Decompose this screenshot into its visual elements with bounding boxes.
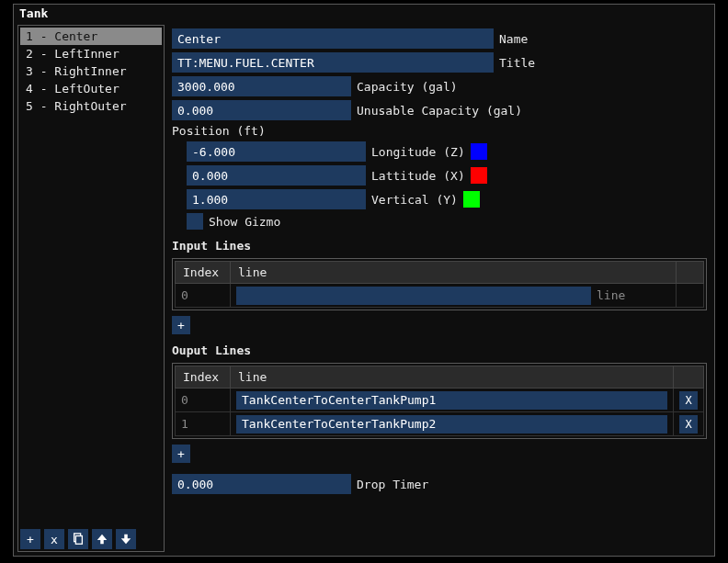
input-lines-title: Input Lines bbox=[172, 239, 707, 253]
table-row: 1 X bbox=[176, 412, 704, 436]
copy-icon bbox=[72, 533, 85, 546]
window-body: 1 - Center 2 - LeftInner 3 - RightInner … bbox=[14, 23, 714, 556]
name-label: Name bbox=[499, 32, 528, 46]
tank-list-panel: 1 - Center 2 - LeftInner 3 - RightInner … bbox=[17, 25, 165, 552]
tank-window: Tank 1 - Center 2 - LeftInner 3 - RightI… bbox=[13, 4, 715, 557]
add-tank-button[interactable]: + bbox=[20, 529, 40, 549]
title-input[interactable] bbox=[172, 52, 494, 73]
remove-output-line-button[interactable]: X bbox=[679, 391, 698, 410]
vertical-label: Vertical (Y) bbox=[371, 193, 458, 207]
move-up-button[interactable] bbox=[92, 529, 112, 549]
name-input[interactable] bbox=[172, 28, 494, 49]
vertical-input[interactable] bbox=[187, 189, 366, 209]
longitude-label: Longitude (Z) bbox=[371, 145, 465, 159]
input-line-rowlabel: line bbox=[597, 288, 670, 302]
table-row: 0 line bbox=[176, 284, 704, 308]
add-output-line-button[interactable]: + bbox=[172, 445, 190, 463]
capacity-label: Capacity (gal) bbox=[357, 80, 458, 94]
svg-rect-1 bbox=[75, 536, 82, 545]
output-line-index: 1 bbox=[176, 412, 231, 436]
input-lines-header-line: line bbox=[231, 262, 677, 284]
tank-list-toolbar: + x bbox=[18, 525, 164, 551]
lattitude-input[interactable] bbox=[187, 165, 366, 186]
tank-list-item[interactable]: 5 - RightOuter bbox=[20, 97, 162, 115]
output-lines-header-action bbox=[674, 366, 704, 388]
capacity-input[interactable] bbox=[172, 76, 351, 96]
longitude-color-swatch bbox=[471, 143, 487, 160]
position-header: Position (ft) bbox=[172, 124, 707, 138]
input-lines-panel: Index line 0 line bbox=[172, 258, 707, 310]
unusable-capacity-label: Unusable Capacity (gal) bbox=[357, 104, 522, 118]
tank-list-item[interactable]: 3 - RightInner bbox=[20, 62, 162, 80]
vertical-color-swatch bbox=[463, 191, 480, 208]
show-gizmo-checkbox[interactable] bbox=[187, 213, 203, 230]
add-input-line-button[interactable]: + bbox=[172, 316, 190, 334]
input-lines-table: Index line 0 line bbox=[175, 261, 704, 308]
tank-list-item[interactable]: 2 - LeftInner bbox=[20, 45, 162, 62]
lattitude-color-swatch bbox=[471, 167, 487, 184]
remove-output-line-button[interactable]: X bbox=[679, 415, 698, 434]
input-lines-header-action bbox=[677, 262, 704, 284]
output-line-index: 0 bbox=[176, 388, 231, 412]
tank-list-item[interactable]: 1 - Center bbox=[20, 28, 162, 45]
title-label: Title bbox=[499, 56, 535, 70]
move-down-button[interactable] bbox=[116, 529, 136, 549]
input-lines-header-index: Index bbox=[176, 262, 231, 284]
output-line-value[interactable] bbox=[236, 391, 667, 410]
show-gizmo-label: Show Gizmo bbox=[209, 215, 280, 229]
longitude-input[interactable] bbox=[187, 141, 366, 162]
unusable-capacity-input[interactable] bbox=[172, 100, 351, 120]
output-line-value[interactable] bbox=[236, 415, 667, 434]
arrow-up-icon bbox=[96, 533, 108, 546]
input-line-value[interactable] bbox=[236, 287, 591, 305]
remove-tank-button[interactable]: x bbox=[44, 529, 64, 549]
duplicate-tank-button[interactable] bbox=[68, 529, 88, 549]
output-lines-panel: Index line 0 X 1 X bbox=[172, 363, 707, 439]
output-lines-title: Ouput Lines bbox=[172, 343, 707, 357]
lattitude-label: Lattitude (X) bbox=[371, 169, 465, 183]
input-line-index: 0 bbox=[176, 284, 231, 308]
tank-list-item[interactable]: 4 - LeftOuter bbox=[20, 80, 162, 97]
table-row: 0 X bbox=[176, 388, 704, 412]
output-lines-header-line: line bbox=[231, 366, 674, 388]
window-title: Tank bbox=[14, 5, 714, 23]
drop-timer-input[interactable] bbox=[172, 474, 351, 494]
output-lines-header-index: Index bbox=[176, 366, 231, 388]
drop-timer-label: Drop Timer bbox=[357, 478, 428, 491]
tank-properties-panel: Name Title Capacity (gal) Unusable Capac… bbox=[168, 23, 714, 556]
output-lines-table: Index line 0 X 1 X bbox=[175, 366, 704, 436]
tank-list: 1 - Center 2 - LeftInner 3 - RightInner … bbox=[18, 26, 164, 525]
arrow-down-icon bbox=[119, 533, 132, 546]
